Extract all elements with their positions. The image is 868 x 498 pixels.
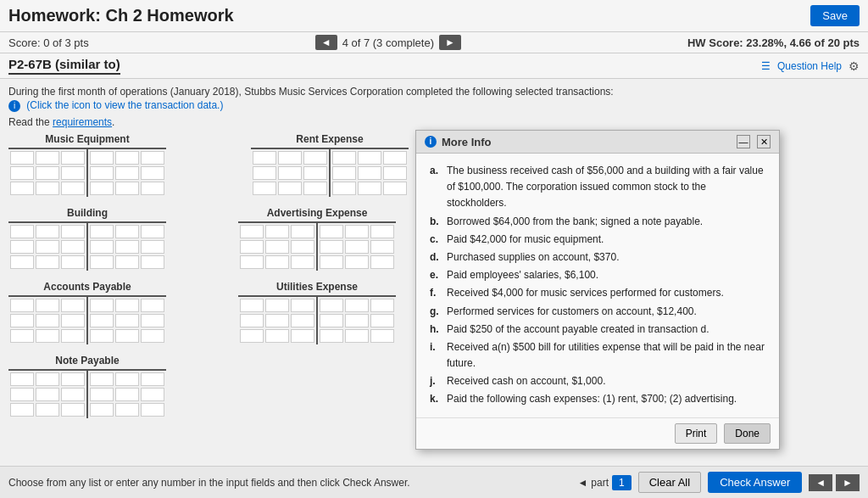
input-cell[interactable] [90,388,114,401]
input-cell[interactable] [141,151,164,165]
input-cell[interactable] [303,182,327,195]
input-cell[interactable] [115,388,139,401]
input-cell[interactable] [265,329,289,343]
input-cell[interactable] [10,372,34,386]
input-cell[interactable] [278,151,302,165]
input-cell[interactable] [320,225,343,238]
input-cell[interactable] [36,314,59,327]
input-cell[interactable] [115,299,139,312]
input-cell[interactable] [36,182,59,195]
input-cell[interactable] [345,329,369,343]
input-cell[interactable] [115,329,139,343]
input-cell[interactable] [10,299,34,312]
input-cell[interactable] [370,299,394,312]
input-cell[interactable] [10,240,34,254]
input-cell[interactable] [61,182,85,195]
input-cell[interactable] [278,182,302,195]
input-cell[interactable] [61,255,85,269]
input-cell[interactable] [265,255,289,269]
input-cell[interactable] [345,240,369,254]
input-cell[interactable] [61,225,85,238]
input-cell[interactable] [141,182,164,195]
input-cell[interactable] [61,372,85,386]
input-cell[interactable] [303,151,327,165]
input-cell[interactable] [345,255,369,269]
input-cell[interactable] [115,403,139,417]
input-cell[interactable] [90,314,114,327]
input-cell[interactable] [141,388,164,401]
input-cell[interactable] [61,151,85,165]
input-cell[interactable] [291,314,314,327]
input-cell[interactable] [291,240,314,254]
bottom-nav-prev-button[interactable]: ◄ [809,474,832,491]
input-cell[interactable] [61,314,85,327]
input-cell[interactable] [10,166,34,180]
input-cell[interactable] [115,372,139,386]
input-cell[interactable] [370,255,394,269]
input-cell[interactable] [115,151,139,165]
input-cell[interactable] [36,255,59,269]
input-cell[interactable] [253,182,276,195]
input-cell[interactable] [36,329,59,343]
input-cell[interactable] [90,403,114,417]
input-cell[interactable] [10,403,34,417]
input-cell[interactable] [61,166,85,180]
input-cell[interactable] [90,255,114,269]
input-cell[interactable] [90,240,114,254]
input-cell[interactable] [240,329,264,343]
input-cell[interactable] [141,314,164,327]
input-cell[interactable] [345,225,369,238]
print-button[interactable]: Print [675,423,718,444]
input-cell[interactable] [90,182,114,195]
input-cell[interactable] [90,329,114,343]
modal-close-button[interactable]: ✕ [757,135,771,148]
input-cell[interactable] [90,151,114,165]
input-cell[interactable] [383,182,407,195]
input-cell[interactable] [141,299,164,312]
input-cell[interactable] [36,166,59,180]
done-button[interactable]: Done [724,423,771,444]
input-cell[interactable] [61,299,85,312]
input-cell[interactable] [90,299,114,312]
input-cell[interactable] [345,314,369,327]
input-cell[interactable] [291,225,314,238]
input-cell[interactable] [303,166,327,180]
input-cell[interactable] [291,329,314,343]
input-cell[interactable] [10,225,34,238]
input-cell[interactable] [240,314,264,327]
nav-next-button[interactable]: ► [439,35,461,50]
input-cell[interactable] [253,166,276,180]
input-cell[interactable] [10,255,34,269]
input-cell[interactable] [61,240,85,254]
input-cell[interactable] [370,329,394,343]
input-cell[interactable] [332,166,356,180]
input-cell[interactable] [141,372,164,386]
input-cell[interactable] [291,299,314,312]
input-cell[interactable] [115,255,139,269]
input-cell[interactable] [36,372,59,386]
input-cell[interactable] [345,299,369,312]
input-cell[interactable] [291,255,314,269]
input-cell[interactable] [115,182,139,195]
input-cell[interactable] [265,225,289,238]
input-cell[interactable] [332,151,356,165]
input-cell[interactable] [36,388,59,401]
input-cell[interactable] [358,151,381,165]
input-cell[interactable] [332,182,356,195]
input-cell[interactable] [10,182,34,195]
input-cell[interactable] [90,225,114,238]
input-cell[interactable] [141,255,164,269]
input-cell[interactable] [240,255,264,269]
input-cell[interactable] [265,314,289,327]
input-cell[interactable] [320,314,343,327]
input-cell[interactable] [141,166,164,180]
input-cell[interactable] [115,314,139,327]
input-cell[interactable] [240,240,264,254]
save-button[interactable]: Save [810,5,860,26]
input-cell[interactable] [36,225,59,238]
nav-prev-button[interactable]: ◄ [315,35,337,50]
input-cell[interactable] [115,240,139,254]
input-cell[interactable] [320,329,343,343]
input-cell[interactable] [36,151,59,165]
input-cell[interactable] [115,225,139,238]
